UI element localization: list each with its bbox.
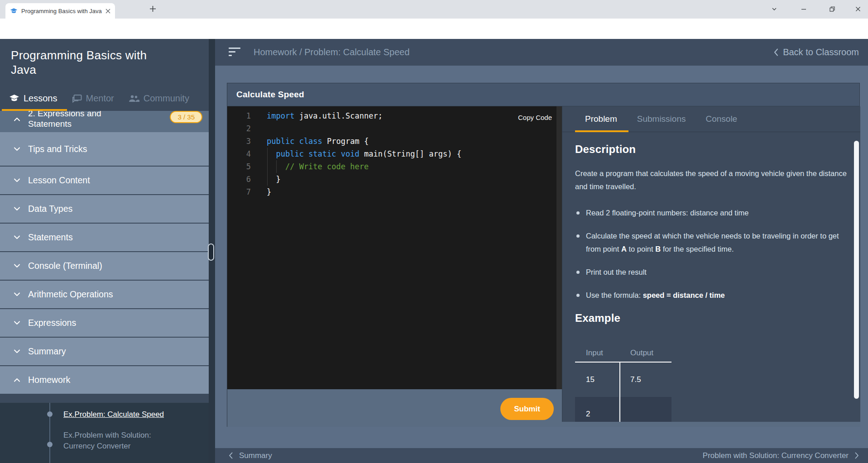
sidebar-item-label: Console (Terminal)	[28, 261, 102, 271]
description-bullet: Calculate the speed at which the vehicle…	[575, 229, 854, 256]
table-row: 2	[575, 397, 671, 422]
indent-guide	[276, 160, 277, 173]
window-chevron-icon[interactable]	[771, 6, 777, 12]
code-editor[interactable]: 1import java.util.Scanner;23public class…	[227, 106, 562, 389]
chevron-down-icon	[14, 178, 20, 182]
back-to-classroom-link[interactable]: Back to Classroom	[774, 47, 859, 57]
code-text: public class Program {	[267, 135, 369, 148]
softuni-favicon-icon	[10, 7, 18, 15]
sidebar-tab-community[interactable]: Community	[129, 93, 189, 104]
code-line[interactable]: 4 public static void main(String[] args)…	[227, 148, 562, 160]
problem-card-header: Calculate Speed	[227, 83, 859, 106]
course-title: Programming Basics with Java	[11, 48, 169, 77]
sidebar-drag-handle[interactable]	[208, 243, 214, 261]
window-restore-button[interactable]	[829, 6, 835, 12]
bullet-icon	[47, 411, 53, 417]
chevron-down-icon	[14, 147, 20, 151]
code-line[interactable]: 1import java.util.Scanner;	[227, 110, 562, 122]
line-number: 7	[227, 186, 251, 198]
sidebar-item-lesson-content[interactable]: Lesson Content	[0, 167, 209, 195]
sidebar-tab-label: Mentor	[86, 93, 114, 104]
table-cell	[619, 397, 671, 422]
code-line[interactable]: 7}	[227, 186, 562, 198]
prev-lesson-link[interactable]: Summary	[229, 451, 272, 460]
sidebar-item-statements[interactable]: Statements	[0, 224, 209, 252]
tab-close-icon[interactable]	[106, 9, 110, 14]
sidebar-subitem-ex-problem-with-solution-currency-converter[interactable]: Ex.Problem with Solution: Currency Conve…	[63, 430, 174, 452]
table-header-cell: Input	[575, 348, 619, 358]
chevron-down-icon	[14, 264, 20, 268]
description-heading: Description	[575, 143, 854, 156]
chevron-down-icon	[14, 207, 20, 211]
table-cell: 7.5	[619, 375, 671, 384]
mentor-icon	[72, 95, 82, 103]
sidebar-item-label: Arithmetic Operations	[28, 289, 113, 300]
panel-content: Description Create a program that calcul…	[562, 132, 860, 422]
tab-console[interactable]: Console	[695, 114, 747, 124]
tab-problem[interactable]: Problem	[575, 114, 627, 124]
new-tab-button[interactable]	[149, 5, 156, 12]
main-content: Homework / Problem: Calculate Speed Back…	[209, 39, 868, 463]
line-number: 2	[227, 122, 251, 135]
code-line[interactable]: 3public class Program {	[227, 135, 562, 148]
table-header-cell: Output	[619, 348, 671, 358]
description-bullet: Read 2 floating-point numbers: distance …	[575, 206, 854, 220]
window-close-button[interactable]	[855, 6, 861, 12]
chevron-down-icon	[14, 292, 20, 296]
sidebar-item-label: Lesson Content	[28, 175, 90, 186]
code-text: // Write code here	[267, 160, 369, 173]
copy-code-button[interactable]: Copy Code	[518, 114, 552, 121]
line-number: 1	[227, 110, 251, 122]
sidebar-item-tips-and-tricks[interactable]: Tips and Tricks	[0, 132, 209, 167]
description-bullets: Read 2 floating-point numbers: distance …	[575, 206, 854, 302]
sidebar-module-header[interactable]: 2. Expressions and Statements 3 / 35	[0, 111, 209, 132]
panel-scrollbar[interactable]	[854, 141, 859, 399]
sidebar-item-label: Data Types	[28, 204, 72, 214]
lesson-list-icon[interactable]	[229, 48, 240, 58]
bullet-icon	[47, 442, 53, 447]
panel-tabs: ProblemSubmissionsConsole	[562, 106, 860, 132]
homework-expanded-section: Ex.Problem: Calculate SpeedEx.Problem wi…	[0, 403, 209, 463]
window-minimize-button[interactable]	[801, 6, 807, 12]
example-heading: Example	[575, 312, 854, 325]
sidebar-item-label: Tips and Tricks	[28, 144, 87, 154]
browser-tab[interactable]: Programming Basics with Java	[5, 3, 115, 19]
code-line[interactable]: 5 // Write code here	[227, 160, 562, 173]
next-lesson-link[interactable]: Problem with Solution: Currency Converte…	[703, 451, 859, 460]
sidebar-subitem-label: Ex.Problem with Solution: Currency Conve…	[63, 431, 151, 450]
example-table: InputOutput 157.52	[575, 336, 671, 422]
sidebar-item-expressions[interactable]: Expressions	[0, 309, 209, 338]
sidebar-item-console-terminal[interactable]: Console (Terminal)	[0, 252, 209, 281]
sidebar-item-homework[interactable]: Homework	[0, 366, 209, 395]
tab-submissions[interactable]: Submissions	[627, 114, 696, 124]
table-row: 157.5	[575, 363, 671, 397]
browser-tab-strip: Programming Basics with Java	[0, 0, 868, 19]
lesson-bottom-nav: Summary Problem with Solution: Currency …	[209, 448, 868, 463]
table-cell: 2	[575, 397, 619, 422]
description-bullet: Use the formula: speed = distance / time	[575, 289, 854, 302]
problem-title: Calculate Speed	[236, 90, 304, 100]
code-line[interactable]: 2	[227, 122, 562, 135]
sidebar-item-data-types[interactable]: Data Types	[0, 195, 209, 224]
lessons-icon	[9, 95, 19, 102]
submit-button[interactable]: Submit	[500, 398, 554, 420]
sidebar-subitem-label: Ex.Problem: Calculate Speed	[63, 410, 164, 419]
table-column-divider	[619, 362, 620, 422]
problem-card: Calculate Speed 1import java.util.Scanne…	[227, 83, 860, 427]
sidebar-item-summary[interactable]: Summary	[0, 338, 209, 366]
indent-guide	[267, 148, 268, 186]
editor-scrollbar[interactable]	[556, 106, 562, 389]
line-number: 3	[227, 135, 251, 148]
code-line[interactable]: 6 }	[227, 173, 562, 186]
sidebar-subitem-ex-problem-calculate-speed[interactable]: Ex.Problem: Calculate Speed	[63, 409, 174, 420]
sidebar-tab-lessons[interactable]: Lessons	[9, 93, 58, 104]
progress-badge: 3 / 35	[170, 111, 202, 123]
description-bullet: Print out the result	[575, 266, 854, 279]
sidebar-tab-mentor[interactable]: Mentor	[72, 93, 114, 104]
browser-toolbar: learn.softuni.org/engine/1018/1/?type=co…	[0, 19, 868, 39]
sidebar-item-arithmetic-operations[interactable]: Arithmetic Operations	[0, 281, 209, 309]
line-number: 5	[227, 160, 251, 173]
course-tabs: LessonsMentorCommunity	[0, 86, 209, 111]
sidebar-item-label: Summary	[28, 346, 66, 357]
description-text: Create a program that calculates the spe…	[575, 167, 847, 193]
